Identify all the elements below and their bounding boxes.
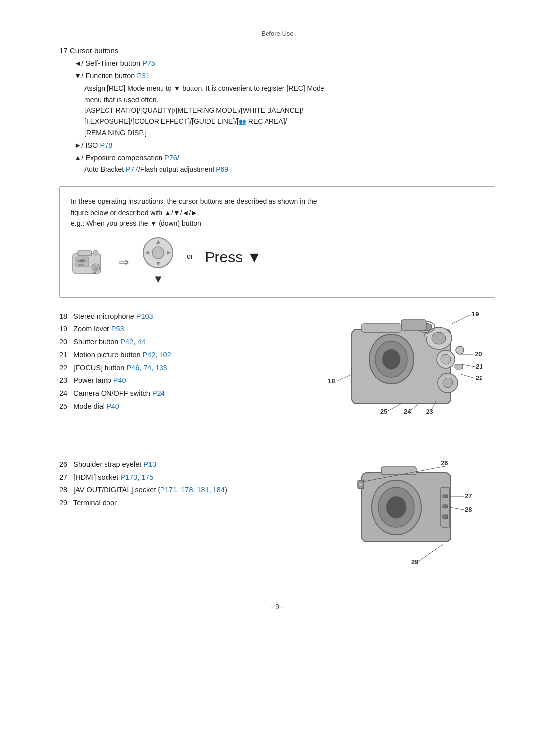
link-p103[interactable]: P103 (136, 312, 153, 320)
list-col-18-25: 18 Stereo microphone P103 19 Zoom lever … (59, 310, 327, 440)
svg-point-5 (94, 266, 98, 270)
item-23: 23 Power lamp P40 (59, 374, 317, 387)
link-p173-175[interactable]: P173, 175 (120, 473, 153, 481)
link-p75[interactable]: P75 (142, 59, 155, 67)
page-header: Before Use (59, 30, 495, 37)
svg-point-19 (382, 349, 400, 369)
link-p13[interactable]: P13 (143, 460, 156, 468)
link-p53[interactable]: P53 (111, 325, 124, 333)
svg-text:20: 20 (475, 350, 482, 358)
link-p46-74-133[interactable]: P46, 74, 133 (126, 364, 167, 372)
link-p24[interactable]: P24 (152, 389, 165, 397)
box-note-text: In these operating instructions, the cur… (71, 196, 484, 229)
svg-text:19: 19 (472, 310, 479, 318)
svg-point-26 (441, 354, 451, 364)
item-exposure: ▲/ Exposure compensation P76/ (59, 152, 495, 164)
item-18: 18 Stereo microphone P103 (59, 310, 317, 323)
svg-point-3 (93, 250, 98, 255)
bottom-section: 26 Shoulder strap eyelet P13 27 [HDMI] s… (59, 458, 495, 573)
item-function-button: ▼/ Function button P31 (59, 70, 495, 82)
svg-point-32 (424, 333, 428, 337)
svg-line-46 (386, 404, 401, 412)
svg-text:22: 22 (476, 374, 482, 381)
bullet-right: ► (74, 141, 81, 149)
svg-rect-58 (443, 515, 448, 519)
press-arrow-icon: ▼ (247, 245, 262, 269)
link-p42-102[interactable]: P42, 102 (143, 351, 171, 359)
list-col-26-29: 26 Shoulder strap eyelet P13 27 [HDMI] s… (59, 458, 347, 573)
item-29: 29 Terminal door (59, 496, 337, 509)
camera-bottom-svg: 26 27 28 29 (347, 458, 485, 572)
box-line3: e.g.: When you press the ▼ (down) button (71, 219, 201, 227)
svg-point-22 (432, 332, 446, 344)
link-p76[interactable]: P76 (164, 154, 177, 162)
link-p40-mode[interactable]: P40 (107, 402, 119, 410)
svg-line-41 (461, 374, 475, 378)
bullet-up: ▲ (74, 154, 81, 162)
svg-line-39 (462, 364, 475, 367)
camera-body-svg: Fn MENU SET ISO (71, 247, 107, 277)
svg-text:24: 24 (404, 408, 411, 415)
svg-rect-1 (78, 251, 92, 256)
box-line2: figure below or described with ▲/▼/◄/►. (71, 209, 200, 216)
svg-point-52 (386, 496, 406, 518)
svg-line-64 (450, 507, 464, 510)
section-17-title: 17 Cursor buttons (59, 46, 495, 54)
item-27: 27 [HDMI] socket P173, 175 (59, 471, 337, 484)
camera-top-view: 19 18 20 21 22 25 24 23 (327, 310, 495, 440)
link-p77[interactable]: P77 (126, 165, 138, 173)
svg-rect-54 (359, 482, 363, 487)
item-24: 24 Camera ON/OFF switch P24 (59, 387, 317, 400)
box-visual: Fn MENU SET ISO ⇒ (71, 236, 484, 288)
svg-rect-27 (401, 320, 426, 330)
svg-text:SET: SET (78, 264, 84, 267)
svg-text:28: 28 (465, 506, 472, 513)
press-label: Press ▼ (205, 245, 261, 279)
item-self-timer: ◄/ Self-Timer button P75 (59, 57, 495, 70)
svg-text:26: 26 (441, 459, 448, 467)
svg-rect-59 (381, 467, 416, 475)
page-number: - 9 - (59, 603, 495, 611)
item-19: 19 Zoom lever P53 (59, 323, 317, 335)
item-iso: ►/ ISO P78 (59, 139, 495, 152)
camera-sketch-left: Fn MENU SET ISO (71, 247, 107, 277)
down-arrow-icon: ▼ (153, 270, 163, 288)
svg-line-67 (416, 544, 443, 563)
svg-text:27: 27 (465, 492, 472, 500)
link-p31[interactable]: P31 (137, 72, 150, 80)
svg-rect-57 (443, 505, 448, 508)
link-p69[interactable]: P69 (216, 165, 228, 173)
box-note: In these operating instructions, the cur… (59, 186, 495, 297)
svg-point-29 (443, 378, 453, 388)
item-28: 28 [AV OUT/DIGITAL] socket (P171, 178, 1… (59, 484, 337, 496)
svg-text:18: 18 (328, 378, 335, 385)
press-text: Press (205, 245, 243, 269)
item-25: 25 Mode dial P40 (59, 400, 317, 413)
bullet-down: ▼ (74, 72, 81, 80)
dpad: ▼ (141, 236, 175, 288)
link-p42-44[interactable]: P42, 44 (120, 338, 145, 346)
svg-line-35 (337, 374, 352, 381)
camera-side-svg: 19 18 20 21 22 25 24 23 (327, 310, 485, 438)
item-21: 21 Motion picture button P42, 102 (59, 348, 317, 361)
item-22: 22 [FOCUS] button P46, 74, 133 (59, 361, 317, 374)
svg-point-30 (456, 346, 464, 354)
link-p78[interactable]: P78 (100, 141, 112, 149)
camera-side-view: 26 27 28 29 (347, 458, 495, 573)
svg-rect-56 (443, 495, 448, 498)
svg-line-33 (450, 315, 471, 324)
link-p40-power[interactable]: P40 (113, 377, 126, 384)
svg-text:ISO: ISO (80, 259, 86, 262)
lower-section: 18 Stereo microphone P103 19 Zoom lever … (59, 310, 495, 440)
svg-rect-20 (362, 324, 401, 332)
function-button-desc: Assign [REC] Mode menu to ▼ button. It i… (59, 83, 495, 138)
box-line1: In these operating instructions, the cur… (71, 197, 317, 205)
bullet-left: ◄ (74, 59, 81, 67)
item-26: 26 Shoulder strap eyelet P13 (59, 458, 337, 471)
svg-rect-31 (455, 364, 463, 369)
section-17: 17 Cursor buttons ◄/ Self-Timer button P… (59, 46, 495, 175)
arrow-right-icon: ⇒ (118, 252, 129, 272)
item-20: 20 Shutter button P42, 44 (59, 335, 317, 348)
link-p171-178-181-184[interactable]: P171, 178, 181, 184 (160, 486, 225, 494)
svg-text:21: 21 (476, 363, 482, 370)
